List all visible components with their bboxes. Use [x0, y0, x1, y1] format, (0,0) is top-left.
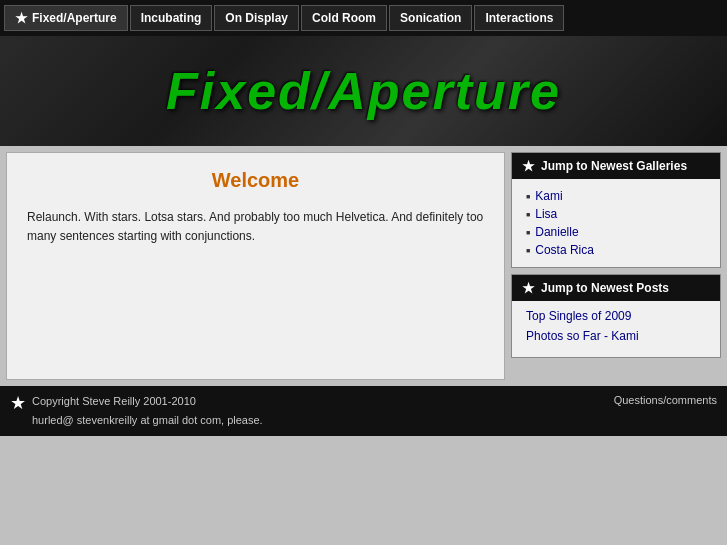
content-area: Welcome Relaunch. With stars. Lotsa star…	[6, 152, 505, 380]
star-icon-nav: ★	[15, 10, 28, 26]
posts-heading: Jump to Newest Posts	[541, 281, 669, 295]
post-link[interactable]: Photos so Far - Kami	[526, 329, 706, 343]
nav-item-fixed-aperture[interactable]: ★Fixed/Aperture	[4, 5, 128, 31]
main-layout: Welcome Relaunch. With stars. Lotsa star…	[0, 146, 727, 386]
list-item: Kami	[526, 187, 706, 205]
sidebar: ★ Jump to Newest Galleries KamiLisaDanie…	[511, 152, 721, 380]
gallery-link[interactable]: Kami	[535, 189, 562, 203]
posts-header: ★ Jump to Newest Posts	[512, 275, 720, 301]
navbar: ★Fixed/ApertureIncubatingOn DisplayCold …	[0, 0, 727, 36]
galleries-box: ★ Jump to Newest Galleries KamiLisaDanie…	[511, 152, 721, 268]
nav-item-label: Incubating	[141, 11, 202, 25]
nav-item-interactions[interactable]: Interactions	[474, 5, 564, 31]
galleries-list: KamiLisaDanielleCosta Rica	[512, 179, 720, 267]
welcome-heading: Welcome	[27, 169, 484, 192]
star-icon-posts: ★	[522, 280, 535, 296]
galleries-heading: Jump to Newest Galleries	[541, 159, 687, 173]
footer-copyright: Copyright Steve Reilly 2001-2010	[32, 392, 263, 411]
hero-banner: Fixed/Aperture	[0, 36, 727, 146]
nav-item-label: On Display	[225, 11, 288, 25]
footer: ★ Copyright Steve Reilly 2001-2010 hurle…	[0, 386, 727, 436]
footer-left: ★ Copyright Steve Reilly 2001-2010 hurle…	[10, 392, 263, 429]
nav-item-cold-room[interactable]: Cold Room	[301, 5, 387, 31]
star-icon-galleries: ★	[522, 158, 535, 174]
list-item: Danielle	[526, 223, 706, 241]
footer-contact: hurled@ stevenkreilly at gmail dot com, …	[32, 411, 263, 430]
post-link[interactable]: Top Singles of 2009	[526, 309, 706, 323]
gallery-link[interactable]: Costa Rica	[535, 243, 594, 257]
nav-item-incubating[interactable]: Incubating	[130, 5, 213, 31]
posts-box: ★ Jump to Newest Posts Top Singles of 20…	[511, 274, 721, 358]
posts-list: Top Singles of 2009Photos so Far - Kami	[512, 301, 720, 357]
list-item: Costa Rica	[526, 241, 706, 259]
welcome-text: Relaunch. With stars. Lotsa stars. And p…	[27, 208, 484, 246]
list-item: Lisa	[526, 205, 706, 223]
nav-item-on-display[interactable]: On Display	[214, 5, 299, 31]
galleries-header: ★ Jump to Newest Galleries	[512, 153, 720, 179]
nav-item-sonication[interactable]: Sonication	[389, 5, 472, 31]
nav-item-label: Interactions	[485, 11, 553, 25]
gallery-link[interactable]: Danielle	[535, 225, 578, 239]
gallery-link[interactable]: Lisa	[535, 207, 557, 221]
footer-star-icon: ★	[10, 392, 26, 414]
footer-text: Copyright Steve Reilly 2001-2010 hurled@…	[32, 392, 263, 429]
hero-title: Fixed/Aperture	[166, 61, 561, 121]
nav-item-label: Fixed/Aperture	[32, 11, 117, 25]
footer-questions: Questions/comments	[614, 394, 717, 406]
nav-item-label: Cold Room	[312, 11, 376, 25]
nav-item-label: Sonication	[400, 11, 461, 25]
